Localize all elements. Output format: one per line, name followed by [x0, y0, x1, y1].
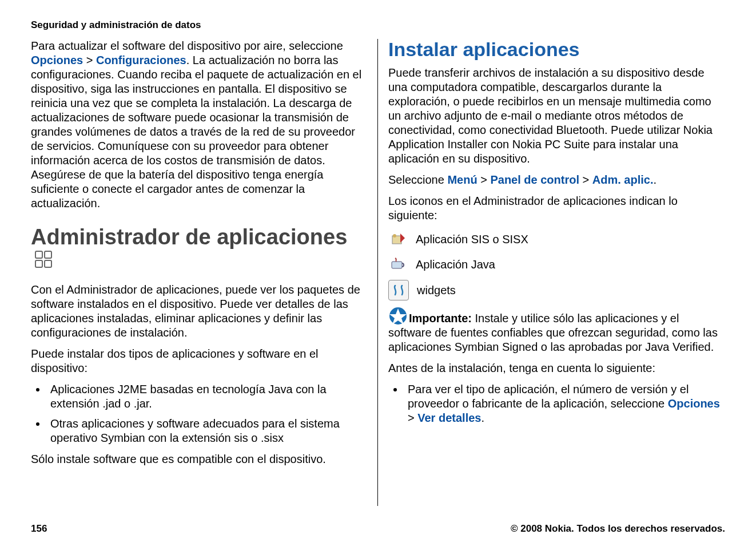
svg-rect-2	[35, 260, 42, 267]
left-paragraph-1: Para actualizar el software del disposit…	[31, 39, 367, 211]
svg-rect-1	[45, 251, 51, 258]
menu-path-menu: Menú	[447, 173, 477, 186]
icon-label: Aplicación SIS o SISX	[416, 232, 528, 247]
right-paragraph-1: Puede transferir archivos de instalación…	[388, 66, 725, 166]
icon-label: Aplicación Java	[416, 258, 495, 272]
page-footer: 156 © 2008 Nokia. Todos los derechos res…	[31, 506, 725, 535]
svg-rect-0	[35, 251, 42, 258]
section-header: Seguridad y administración de datos	[31, 19, 725, 31]
svg-rect-6	[392, 262, 402, 268]
widget-icon	[388, 280, 409, 300]
left-column: Para actualizar el software del disposit…	[31, 39, 378, 506]
java-icon	[388, 255, 408, 274]
menu-separator: >	[408, 412, 417, 424]
menu-separator: >	[83, 54, 96, 66]
text-fragment: .	[654, 173, 657, 186]
text-fragment: Para ver el tipo de aplicación, el númer…	[408, 383, 689, 410]
app-grid-icon	[34, 250, 54, 275]
right-column: Instalar aplicaciones Puede transferir a…	[378, 39, 725, 506]
menu-path-adm-aplic: Adm. aplic.	[592, 173, 654, 186]
document-page: Seguridad y administración de datos Para…	[0, 0, 756, 546]
heading-text: Administrador de aplicaciones	[31, 225, 347, 249]
menu-path-opciones: Opciones	[31, 54, 83, 66]
sis-icon	[388, 230, 408, 249]
list-item: Aplicaciones J2ME basadas en tecnología …	[47, 382, 367, 411]
text-fragment: Para actualizar el software del disposit…	[31, 39, 343, 52]
left-bullet-list: Aplicaciones J2ME basadas en tecnología …	[31, 382, 367, 445]
icon-legend-sis: Aplicación SIS o SISX	[388, 230, 725, 249]
icon-legend-java: Aplicación Java	[388, 255, 725, 274]
menu-path-panel-control: Panel de control	[490, 173, 579, 186]
list-item: Otras aplicaciones y software adecuados …	[47, 417, 367, 445]
right-paragraph-4: Antes de la instalación, tenga en cuenta…	[388, 361, 725, 375]
copyright-text: © 2008 Nokia. Todos los derechos reserva…	[511, 523, 725, 535]
list-item: Para ver el tipo de aplicación, el númer…	[404, 382, 725, 425]
heading-instalar: Instalar aplicaciones	[388, 39, 725, 60]
important-note: Importante: Instale y utilice sólo las a…	[388, 306, 725, 354]
two-column-layout: Para actualizar el software del disposit…	[31, 39, 725, 506]
left-paragraph-4: Sólo instale software que es compatible …	[31, 452, 367, 466]
important-label: Importante:	[409, 312, 475, 325]
icon-legend-widget: widgets	[388, 280, 725, 300]
menu-separator: >	[478, 173, 491, 186]
text-fragment: Seleccione	[388, 173, 447, 186]
heading-administrador: Administrador de aplicaciones	[31, 225, 367, 275]
text-fragment: .	[481, 412, 484, 424]
menu-separator: >	[579, 173, 592, 186]
svg-point-5	[393, 234, 396, 238]
icon-label: widgets	[417, 283, 456, 298]
menu-path-opciones-2: Opciones	[668, 397, 720, 410]
menu-path-ver-detalles: Ver detalles	[417, 412, 481, 424]
text-fragment: . La actualización no borra las configur…	[31, 54, 361, 209]
svg-rect-3	[45, 260, 51, 267]
left-paragraph-2: Con el Administrador de aplicaciones, pu…	[31, 283, 367, 340]
left-paragraph-3: Puede instalar dos tipos de aplicaciones…	[31, 347, 367, 375]
right-paragraph-2: Seleccione Menú > Panel de control > Adm…	[388, 173, 725, 187]
important-icon	[388, 306, 408, 326]
right-bullet-list: Para ver el tipo de aplicación, el númer…	[388, 382, 725, 425]
right-paragraph-3: Los iconos en el Administrador de aplica…	[388, 194, 725, 223]
page-number: 156	[31, 523, 47, 535]
menu-path-configuraciones: Configuraciones	[96, 54, 186, 66]
